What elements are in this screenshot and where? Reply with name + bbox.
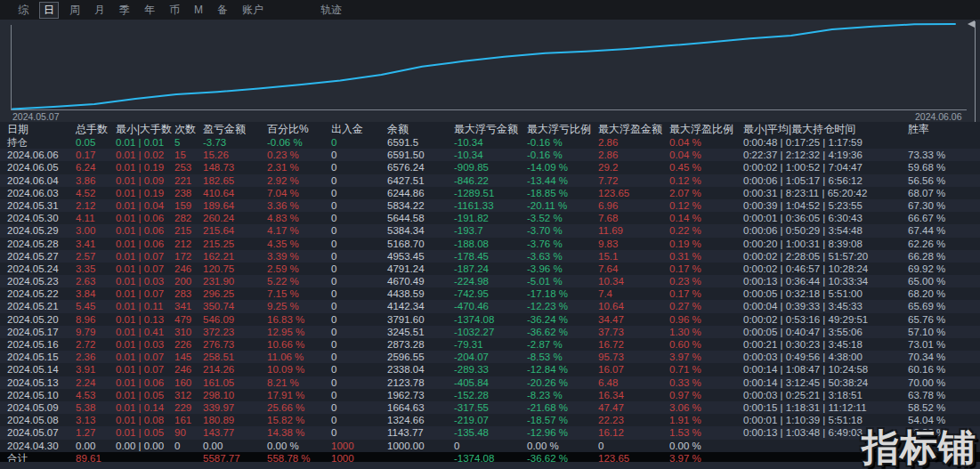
cell: 0.00 [203,440,267,452]
toolbar-item-轨迹[interactable]: 轨迹 [317,2,345,19]
table-row-2024.04.30[interactable]: 2024.04.300.000.00 | 0.0000.000.00 %1000… [0,440,980,452]
cell: 1.53 % [669,426,743,439]
cell: 0 [331,351,387,363]
toolbar-item-币[interactable]: 币 [166,2,183,19]
cell: 66.28 % [908,250,980,263]
cell: 7.72 [598,174,669,187]
cell: 56.56 % [908,174,980,187]
cell: 0.12 % [669,174,743,187]
right-scroll-rail[interactable] [975,21,976,122]
cell: 2024.06.03 [7,187,76,199]
cell: 372.23 [203,326,267,338]
table-row-2024.05.16[interactable]: 2024.05.162.720.01 | 0.03226276.7310.66 … [0,338,980,351]
cell: 63.78 % [908,389,980,401]
table-row-2024.06.06[interactable]: 2024.06.060.170.01 | 0.021515.260.23 %06… [0,149,980,161]
cell: 0.00 % [669,440,743,452]
table-header: 日期总手数最小|大手数次数盈亏金额百分比%出入金余额最大浮亏金额最大浮亏比例最大… [0,122,980,136]
table-row-2024.05.22[interactable]: 2024.05.223.840.01 | 0.07283296.257.15 %… [0,287,980,300]
table-row-2024.05.28[interactable]: 2024.05.283.410.01 | 0.06212215.254.35 %… [0,238,980,250]
cell: 0.00 % [527,440,598,452]
cell: 0.96 % [669,313,743,326]
toolbar-item-年[interactable]: 年 [141,2,158,19]
table-row-2024.05.10[interactable]: 2024.05.104.530.01 | 0.05312298.1017.91 … [0,389,980,401]
cell: 0:00:02 | 2:28:05 | 51:57:20 [743,250,908,263]
table-row-2024.05.15[interactable]: 2024.05.152.360.01 | 0.07145258.5111.06 … [0,351,980,363]
toolbar-item-周[interactable]: 周 [66,2,84,19]
cell: 70.00 % [908,376,980,389]
table-row-2024.05.09[interactable]: 2024.05.095.380.01 | 0.14229339.9725.66 … [0,401,980,414]
table-row-2024.05.30[interactable]: 2024.05.304.110.01 | 0.06282260.244.83 %… [0,212,980,224]
cell: 0:00:02 | 0:46:57 | 10:28:24 [743,263,908,275]
table-row-2024.05.14[interactable]: 2024.05.143.910.01 | 0.07246214.2610.09 … [0,363,980,376]
table-row-2024.05.21[interactable]: 2024.05.215.450.01 | 0.11341350.749.25 %… [0,300,980,312]
watermark: 指标铺 [862,423,976,469]
toolbar-item-月[interactable]: 月 [91,2,109,19]
cell: 2024.05.14 [7,363,76,376]
cell: 2024.04.30 [7,440,76,452]
cell: 258.51 [203,351,267,363]
cell: 2024.05.21 [7,300,76,312]
cell: 0.01 | 0.07 [116,287,174,300]
cell: -2.87 % [527,338,598,351]
cell: -12.84 % [527,363,598,376]
cell: 2024.06.04 [7,174,76,187]
table-row-2024.05.07[interactable]: 2024.05.071.270.01 | 0.0590143.7714.38 %… [0,426,980,439]
cell: 16.83 % [267,313,331,326]
cell: 1.91 % [669,414,743,426]
table-row-2024.05.29[interactable]: 2024.05.293.000.01 | 0.06215215.644.17 %… [0,224,980,237]
cell: 16.12 [598,426,669,439]
toolbar-item-季[interactable]: 季 [116,2,134,19]
table-row-2024.05.27[interactable]: 2024.05.272.570.01 | 0.07172162.213.39 %… [0,250,980,263]
cell: 3.06 % [669,401,743,414]
scroll-position-marker-icon[interactable] [968,20,975,28]
cell: -8.23 % [527,389,598,401]
cell: 215.25 [203,238,267,250]
cell: 0:00:15 | 1:18:31 | 11:12:11 [743,401,908,414]
table-row-2024.05.31[interactable]: 2024.05.312.120.01 | 0.04159189.643.36 %… [0,199,980,212]
table-row-2024.05.20[interactable]: 2024.05.208.960.01 | 0.13479546.0916.83 … [0,313,980,326]
cell: 0:00:20 | 1:00:31 | 8:39:08 [743,238,908,250]
toolbar-item-备[interactable]: 备 [214,2,231,19]
cell: 9.79 [76,326,116,338]
table-row-2024.05.13[interactable]: 2024.05.132.240.01 | 0.06160161.058.21 %… [0,376,980,389]
cell: 9.25 % [267,300,331,312]
table-row-2024.06.04[interactable]: 2024.06.043.860.01 | 0.09221182.652.92 %… [0,174,980,187]
cell: 14.38 % [267,426,331,439]
cell: 2123.78 [387,376,454,389]
table-row-2024.06.05[interactable]: 2024.06.056.240.01 | 0.19253148.732.31 %… [0,161,980,174]
cell: 69.92 % [908,263,980,275]
cell: 0.97 % [669,389,743,401]
cell [908,136,980,149]
table-row-2024.06.03[interactable]: 2024.06.034.520.01 | 0.19238410.647.04 %… [0,187,980,199]
cell: 2024.05.09 [7,401,76,414]
cell: 0 [331,149,387,161]
table-row-2024.05.23[interactable]: 2024.05.232.630.01 | 0.03200231.905.22 %… [0,275,980,287]
cell: 0:00:05 | 0:32:18 | 5:51:00 [743,287,908,300]
cell: 6.48 [598,376,669,389]
table-row-2024.05.17[interactable]: 2024.05.179.790.01 | 0.41310372.2312.95 … [0,326,980,338]
cell: 0.01 | 0.06 [116,224,174,237]
cell: 1.27 [76,426,116,439]
cell: 65.00 % [908,275,980,287]
cell: 8.21 % [267,376,331,389]
table-row-持仓[interactable]: 持仓0.050.01 | 0.015-3.73-0.06 %06591.5-10… [0,136,980,149]
cell: 68.20 % [908,287,980,300]
cell: 283 [174,287,203,300]
cell: 238 [174,187,203,199]
cell: 2024.05.24 [7,263,76,275]
cell: 0 [331,401,387,414]
cell: 0 [174,440,203,452]
toolbar-item-综[interactable]: 综 [14,2,32,19]
cell: 479 [174,313,203,326]
cell: -1289.51 [454,187,527,199]
cell: -3.76 % [527,238,598,250]
cell: 70.34 % [908,351,980,363]
toolbar-item-M[interactable]: M [190,3,207,17]
cell: 65.69 % [908,300,980,312]
table-row-2024.05.24[interactable]: 2024.05.243.350.01 | 0.07246120.752.59 %… [0,263,980,275]
table-row-2024.05.08[interactable]: 2024.05.083.130.01 | 0.08161180.8915.82 … [0,414,980,426]
cell: 3791.60 [387,313,454,326]
cell: 226 [174,338,203,351]
toolbar-item-账户[interactable]: 账户 [239,2,267,19]
toolbar-item-日[interactable]: 日 [39,2,59,19]
